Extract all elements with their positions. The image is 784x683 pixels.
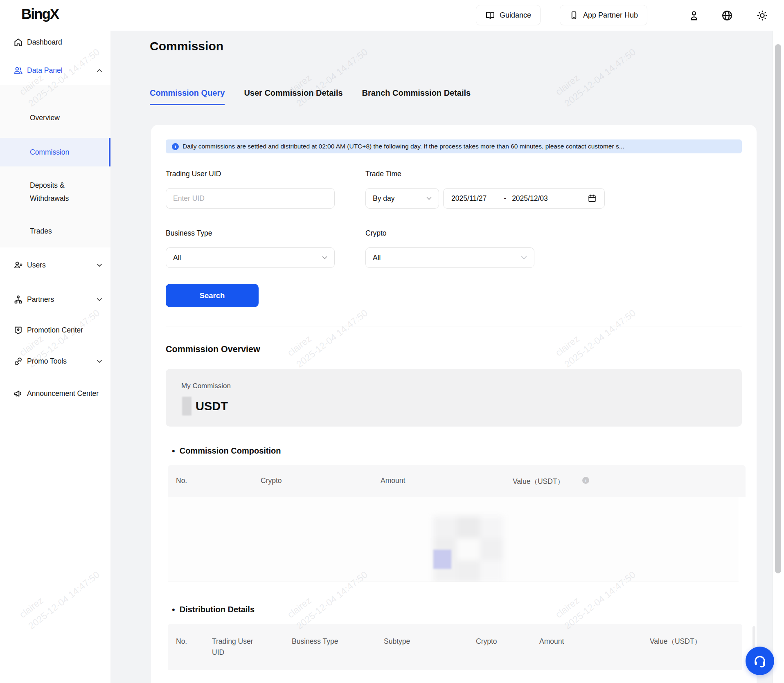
sidebar-item-label: Data Panel [27, 66, 63, 75]
sidebar-item-users[interactable]: Users [0, 256, 110, 274]
page-title: Commission [150, 39, 223, 53]
settlement-info-banner: i Daily commissions are settled and dist… [166, 139, 742, 153]
data-panel-submenu: Overview Commission Deposits & Withdrawa… [0, 85, 110, 247]
column-value-usdt: Value（USDT） [650, 636, 701, 647]
chevron-down-icon [322, 256, 327, 259]
headset-icon [752, 653, 768, 669]
theme-sun-icon[interactable] [755, 9, 769, 22]
uid-input[interactable] [166, 194, 334, 203]
section-divider [166, 326, 742, 326]
column-amount: Amount [381, 476, 405, 485]
chevron-down-icon [426, 197, 432, 200]
sidebar-item-label: Trades [30, 225, 52, 238]
trade-time-label: Trade Time [365, 170, 401, 178]
mobile-phone-icon [569, 11, 579, 20]
sidebar-item-promo-tools[interactable]: Promo Tools [0, 352, 110, 370]
topbar: BingX Guidance App Partner Hub [0, 0, 784, 31]
language-globe-icon[interactable] [720, 9, 734, 22]
book-icon [485, 10, 495, 20]
chevron-down-icon [97, 298, 102, 301]
crypto-select[interactable]: All [365, 247, 534, 268]
sidebar-item-announcement-center[interactable]: Announcement Center [0, 384, 110, 402]
uid-input-wrapper [166, 188, 335, 209]
org-chart-icon [13, 294, 23, 305]
sidebar-item-deposits-withdrawals[interactable]: Deposits & Withdrawals [0, 175, 110, 209]
guidance-label: Guidance [500, 11, 531, 20]
blurred-data-mosaic [433, 516, 502, 582]
info-icon: i [172, 143, 179, 150]
period-select[interactable]: By day [365, 188, 439, 209]
guidance-button[interactable]: Guidance [476, 5, 541, 25]
chevron-down-icon [97, 263, 102, 267]
page-scrollbar-thumb[interactable] [775, 44, 781, 573]
search-button[interactable]: Search [166, 284, 259, 307]
page-scrollbar-track [772, 31, 784, 683]
sidebar-item-dashboard[interactable]: Dashboard [0, 33, 110, 51]
crypto-value: All [373, 254, 381, 262]
chevron-down-icon [97, 359, 102, 363]
sidebar-item-commission-active[interactable]: Commission [0, 138, 110, 166]
date-start: 2025/11/27 [451, 194, 487, 203]
business-type-value: All [173, 254, 181, 262]
commission-query-card: i Daily commissions are settled and dist… [151, 125, 757, 683]
data-panel-users-icon [13, 65, 23, 76]
sidebar-item-trades[interactable]: Trades [0, 219, 110, 243]
tab-bar: Commission Query User Commission Details… [150, 88, 471, 105]
user-lines-icon [13, 260, 23, 270]
column-amount: Amount [539, 636, 564, 647]
commission-composition-title: • Commission Composition [172, 446, 281, 456]
crypto-label: Crypto [365, 229, 387, 238]
sidebar: Dashboard Data Panel Overview Commission [0, 31, 110, 683]
column-trading-user-uid: Trading User UID [212, 636, 260, 658]
commission-overview-title: Commission Overview [166, 344, 260, 355]
column-value-usdt: Value（USDT） [513, 476, 564, 486]
bullet-icon: • [172, 605, 175, 614]
sidebar-item-label: Commission [30, 146, 69, 159]
sidebar-item-partners[interactable]: Partners [0, 290, 110, 308]
sidebar-item-overview[interactable]: Overview [0, 106, 110, 130]
customer-support-button[interactable] [746, 647, 774, 675]
megaphone-icon [13, 389, 23, 399]
chevron-up-icon [97, 69, 102, 72]
my-commission-label: My Commission [181, 382, 231, 390]
date-range-picker[interactable]: 2025/11/27 - 2025/12/03 [443, 188, 605, 209]
sidebar-item-label: Announcement Center [27, 389, 99, 398]
tab-user-commission-details[interactable]: User Commission Details [244, 88, 342, 105]
banner-text: Daily commissions are settled and distri… [182, 143, 624, 150]
tab-commission-query[interactable]: Commission Query [150, 88, 225, 105]
partner-dashboard-page: BingX Guidance App Partner Hub [0, 0, 784, 683]
sidebar-item-label: Overview [30, 111, 60, 124]
badge-shield-icon [13, 325, 23, 335]
distribution-details-title: • Distribution Details [172, 605, 255, 614]
composition-table-header: No. Crypto Amount Value（USDT） i [168, 465, 746, 497]
column-subtype: Subtype [384, 636, 410, 647]
date-separator: - [504, 194, 506, 203]
business-type-select[interactable]: All [166, 247, 335, 268]
date-end: 2025/12/03 [512, 194, 548, 203]
sidebar-item-data-panel[interactable]: Data Panel [0, 61, 110, 79]
account-icon[interactable] [687, 9, 701, 22]
sidebar-item-label: Deposits & Withdrawals [30, 179, 95, 205]
column-no: No. [176, 636, 187, 647]
sidebar-item-promotion-center[interactable]: Promotion Center [0, 321, 110, 339]
redacted-amount [182, 397, 191, 416]
link-icon [13, 356, 23, 366]
bullet-icon: • [172, 447, 175, 456]
sidebar-item-label: Promo Tools [27, 357, 67, 366]
distribution-table-header: No. Trading User UID Business Type Subty… [168, 624, 742, 670]
calendar-icon [588, 194, 597, 203]
composition-table-body-redacted [168, 497, 739, 582]
home-icon [13, 37, 23, 47]
app-partner-hub-button[interactable]: App Partner Hub [560, 5, 647, 25]
app-partner-hub-label: App Partner Hub [583, 11, 638, 20]
my-commission-value: USDT [182, 397, 228, 416]
bingx-logo: BingX [21, 6, 59, 22]
my-commission-panel: My Commission USDT [166, 369, 742, 427]
sidebar-item-label: Promotion Center [27, 326, 83, 335]
tab-branch-commission-details[interactable]: Branch Commission Details [362, 88, 471, 105]
column-no: No. [176, 476, 187, 485]
period-value: By day [373, 194, 395, 203]
sidebar-item-label: Users [27, 261, 46, 270]
chevron-down-icon [521, 256, 527, 260]
business-type-label: Business Type [166, 229, 212, 238]
